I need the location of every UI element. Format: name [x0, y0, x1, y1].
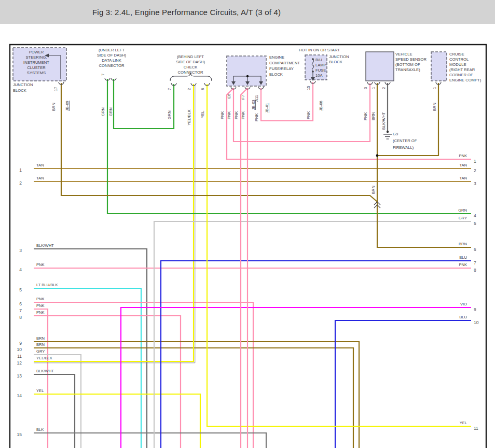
svg-text:FUSE/RELAY: FUSE/RELAY: [269, 66, 294, 71]
svg-text:5: 5: [474, 221, 476, 226]
left-num-1: 1: [19, 167, 22, 173]
svg-text:PNK: PNK: [459, 262, 467, 267]
svg-text:11: 11: [17, 354, 22, 359]
svg-text:4: 4: [19, 267, 22, 272]
pin-f7: F7: [241, 95, 245, 100]
svg-text:3: 3: [474, 181, 476, 186]
svg-text:YEL: YEL: [36, 388, 44, 393]
svg-text:3: 3: [19, 248, 22, 253]
wire-yel-check-to-right11: [207, 84, 471, 426]
svg-text:2: 2: [19, 180, 22, 186]
svg-text:8: 8: [19, 315, 22, 320]
wire-label-vss-blkwht: BLK/WHT: [381, 112, 386, 130]
svg-text:BRN: BRN: [459, 242, 467, 246]
svg-text:BLU: BLU: [459, 255, 467, 260]
svg-text:13: 13: [17, 373, 22, 379]
left-color-1: TAN: [36, 163, 44, 167]
vehicle-speed-sensor-box: [366, 52, 394, 81]
wire-brn-cruise: [377, 83, 438, 156]
wires: [34, 79, 471, 448]
svg-text:TAN: TAN: [36, 176, 44, 180]
svg-text:FUSE: FUSE: [315, 68, 326, 73]
fuse-relay-label: ENGINE: [269, 55, 284, 60]
pin-vss-2: 2: [381, 87, 386, 89]
check-connector-label: (BEHIND LEFT: [177, 54, 204, 59]
svg-text:BLK/WHT: BLK/WHT: [36, 243, 54, 248]
svg-text:CONNECTOR: CONNECTOR: [178, 70, 203, 75]
wire-brn-row9: [34, 342, 359, 448]
svg-text:BRN: BRN: [36, 336, 45, 341]
ground-symbol-icon: [383, 131, 392, 139]
pin-check-7: 7: [167, 88, 172, 90]
svg-text:(RIGHT REAR: (RIGHT REAR: [449, 67, 475, 72]
svg-text:BLK/WHT: BLK/WHT: [36, 369, 54, 373]
wire-label-vss-pnk: PNK: [363, 112, 368, 120]
wire-blu-right10: [335, 320, 471, 448]
wire-label-jb08: JB-08: [319, 101, 323, 111]
wire-label-jb03: JB-03: [251, 100, 256, 110]
svg-text:(BOTTOM OF: (BOTTOM OF: [395, 62, 420, 67]
svg-text:6: 6: [19, 301, 22, 306]
pin-vss-1: 1: [371, 87, 376, 89]
svg-text:CORNER OF: CORNER OF: [449, 73, 473, 77]
wire-label-main-brn: BRN: [371, 186, 376, 194]
cruise-control-box: [431, 52, 447, 81]
svg-text:10: 10: [474, 320, 479, 325]
wire-label-bu-pnk: PNK: [306, 111, 311, 119]
wire-pnk-e6-to-vss: [233, 83, 370, 142]
svg-text:(CENTER OF: (CENTER OF: [393, 138, 417, 143]
svg-text:LT BLU/BLK: LT BLU/BLK: [36, 283, 58, 287]
junction-block-label: JUNCTION: [13, 82, 33, 87]
wire-pnk-a11-to-fuse: [261, 82, 313, 121]
svg-text:PNK: PNK: [36, 297, 45, 301]
pin-vss-3: 3: [363, 87, 368, 89]
svg-text:4: 4: [474, 213, 476, 218]
right-color-1: PNK: [459, 153, 467, 158]
svg-text:STEERING,: STEERING,: [26, 55, 47, 60]
svg-text:BLOCK: BLOCK: [13, 88, 26, 93]
pin-check-2: 2: [187, 88, 191, 90]
wire-yelblk-row12-stripe: [34, 85, 195, 363]
data-link-connector-label: (UNDER LEFT: [99, 48, 125, 52]
svg-text:SIDE OF DASH): SIDE OF DASH): [176, 60, 205, 64]
svg-text:CONNECTOR: CONNECTOR: [99, 63, 125, 68]
svg-text:BLOCK: BLOCK: [269, 72, 283, 77]
junction-block-right-label: JUNCTION: [329, 54, 349, 59]
svg-text:15: 15: [17, 432, 22, 437]
svg-text:BLOCK: BLOCK: [329, 60, 342, 64]
wire-label-dlc-grn1: GRN: [101, 107, 105, 116]
wire-label-dlc-grn2: GRN: [108, 107, 113, 116]
pin-e6: E6: [227, 94, 231, 99]
wire-label-vss-brn: BRN: [371, 112, 376, 120]
power-steering-label: POWER: [29, 50, 44, 54]
left-edge-rows: 1 TAN 2 TAN 3 BLK/WHT 4 PNK 5 LT BLU/BLK…: [17, 163, 58, 437]
pin-jb-17: 17: [53, 87, 58, 91]
wire-grn-dlc-to-check: [114, 79, 174, 129]
svg-text:SIDE OF DASH): SIDE OF DASH): [97, 53, 127, 58]
svg-text:9: 9: [19, 341, 22, 346]
wire-pnk-e6-to-right1: [227, 88, 471, 159]
svg-text:7: 7: [19, 308, 22, 313]
wire-label-pnk-5: PNK: [254, 113, 259, 121]
wire-ltblublk-row5: [34, 288, 141, 448]
svg-text:9: 9: [474, 307, 476, 312]
wire-pnk-row8: [34, 316, 181, 448]
ground-label: G9: [393, 132, 398, 136]
svg-text:BLU: BLU: [459, 315, 467, 319]
svg-text:PNK: PNK: [36, 262, 45, 267]
wire-gry-right5: [154, 221, 471, 448]
svg-text:SYSTEMS: SYSTEMS: [27, 71, 46, 75]
wire-label-check-grn: GRN: [167, 110, 172, 119]
pin-dlc-7: 7: [101, 74, 105, 76]
bu-fuse-label: B/U: [315, 58, 322, 62]
svg-text:GRY: GRY: [36, 349, 45, 354]
svg-text:10A: 10A: [315, 73, 323, 78]
wire-label-jb-brn: BRN: [51, 103, 56, 111]
svg-text:12: 12: [17, 360, 22, 366]
svg-text:VIO: VIO: [460, 302, 467, 306]
hot-in-on-label: HOT IN ON OR START: [299, 48, 340, 52]
wire-brn-junction-block: [61, 83, 377, 202]
wire-blk-row15: [34, 433, 266, 448]
wire-brn-main-vertical: [377, 83, 471, 247]
wire-label-pnk-1: PNK: [220, 111, 225, 119]
